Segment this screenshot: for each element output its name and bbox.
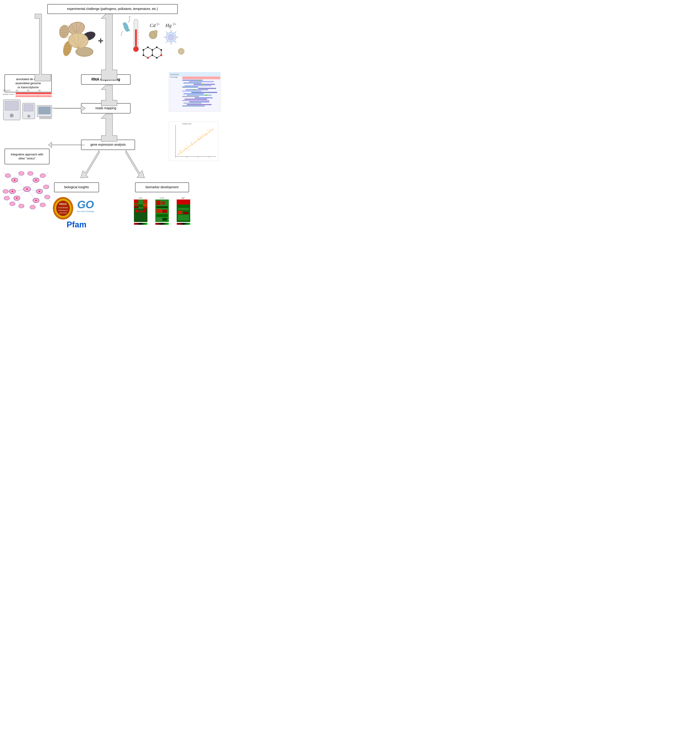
svg-rect-102	[194, 84, 215, 85]
svg-rect-106	[186, 89, 208, 90]
svg-rect-257	[156, 209, 161, 213]
bio-box: biological insights	[54, 182, 99, 192]
svg-rect-112	[195, 97, 213, 99]
svg-point-66	[143, 49, 144, 51]
svg-point-35	[133, 46, 139, 52]
svg-point-170	[182, 153, 183, 154]
gene-box: gene expression analysis	[81, 140, 135, 150]
svg-point-174	[200, 137, 201, 137]
svg-rect-117	[187, 104, 211, 105]
svg-rect-122	[205, 94, 207, 96]
svg-point-87	[10, 114, 14, 117]
svg-rect-259	[156, 214, 168, 217]
pfam-logo: Pfam	[61, 218, 92, 230]
svg-point-90	[27, 115, 30, 117]
reads-box: reads mapping	[81, 103, 131, 114]
svg-rect-113	[185, 99, 207, 100]
rna-box: RNA sequencing	[81, 74, 131, 85]
svg-point-221	[39, 191, 40, 192]
svg-text:40: 40	[27, 90, 29, 92]
scatter-illustration: Scatter plot	[169, 122, 218, 161]
rna-label: RNA sequencing	[91, 77, 120, 82]
svg-text:SO₄: SO₄	[139, 197, 143, 199]
svg-rect-256	[156, 206, 168, 208]
svg-rect-98	[182, 76, 220, 79]
svg-line-58	[166, 32, 168, 33]
svg-rect-121	[193, 89, 195, 90]
heatmaps-illustration: SO₄ C₆H₆ Hg²⁺	[133, 196, 196, 227]
svg-point-67	[156, 46, 158, 48]
svg-point-156	[205, 134, 207, 135]
svg-point-145	[193, 143, 194, 144]
svg-point-148	[196, 140, 197, 141]
svg-point-141	[188, 146, 190, 147]
svg-point-207	[19, 171, 24, 175]
svg-text:Hg²⁺: Hg²⁺	[181, 197, 186, 199]
svg-point-160	[210, 131, 211, 131]
svg-rect-258	[162, 210, 167, 213]
svg-text:20: 20	[16, 90, 18, 92]
svg-point-147	[195, 141, 196, 142]
challenge-label: experimental challenge (pathogens, pollu…	[67, 7, 158, 11]
svg-marker-276	[101, 85, 117, 106]
svg-point-224	[12, 191, 13, 192]
svg-rect-254	[156, 201, 161, 205]
svg-rect-243	[138, 204, 143, 207]
svg-point-134	[181, 152, 182, 153]
svg-point-48	[154, 30, 158, 34]
svg-point-167	[197, 138, 199, 139]
svg-text:2+: 2+	[173, 23, 176, 26]
svg-point-218	[26, 189, 28, 190]
svg-point-211	[44, 195, 50, 199]
svg-point-164	[184, 148, 185, 149]
svg-point-176	[209, 130, 210, 131]
svg-text:C₆H₆: C₆H₆	[160, 197, 164, 199]
bio-label: biological insights	[64, 185, 89, 190]
svg-point-143	[191, 144, 192, 146]
svg-point-171	[186, 146, 187, 146]
svg-point-172	[191, 143, 192, 143]
svg-point-73	[178, 48, 184, 55]
svg-rect-116	[184, 103, 202, 104]
svg-rect-110	[187, 94, 211, 96]
svg-point-139	[186, 148, 187, 149]
challenge-box: experimental challenge (pathogens, pollu…	[47, 4, 178, 14]
svg-rect-249	[135, 210, 138, 212]
svg-rect-114	[182, 100, 210, 101]
svg-text:Functional: Functional	[58, 207, 68, 209]
svg-text:Quality scores: Quality scores	[3, 93, 14, 95]
svg-point-223	[16, 198, 18, 199]
svg-point-31	[123, 23, 125, 25]
svg-rect-261	[162, 218, 167, 220]
diagram: experimental challenge (pathogens, pollu…	[0, 0, 225, 241]
svg-point-210	[43, 185, 49, 189]
svg-rect-251	[143, 209, 146, 213]
biomarker-box: biomarker development	[135, 182, 189, 192]
svg-rect-118	[182, 105, 205, 106]
svg-point-132	[179, 154, 179, 154]
svg-text:Consensus: Consensus	[170, 73, 179, 75]
svg-rect-100	[189, 81, 214, 82]
svg-point-157	[207, 133, 208, 134]
svg-point-217	[4, 196, 9, 200]
svg-rect-252	[134, 223, 147, 225]
svg-point-135	[182, 151, 183, 152]
svg-point-209	[28, 171, 33, 175]
svg-marker-59	[143, 47, 152, 58]
svg-rect-120	[202, 84, 203, 85]
biomarker-label: biomarker development	[146, 185, 179, 190]
svg-text:Pathways &: Pathways &	[58, 210, 68, 211]
svg-point-7	[58, 24, 70, 39]
integrative-box: integrative approach with other "omics"	[5, 149, 50, 164]
svg-point-137	[184, 149, 185, 151]
svg-rect-108	[191, 92, 217, 93]
svg-point-61	[147, 46, 149, 48]
svg-line-56	[166, 41, 168, 43]
svg-rect-107	[182, 91, 202, 92]
svg-rect-119	[197, 80, 199, 81]
svg-marker-277	[101, 114, 117, 141]
svg-text:Scatter plot: Scatter plot	[182, 123, 191, 125]
svg-point-175	[204, 134, 205, 134]
svg-rect-109	[184, 93, 204, 94]
svg-rect-250	[140, 211, 144, 213]
